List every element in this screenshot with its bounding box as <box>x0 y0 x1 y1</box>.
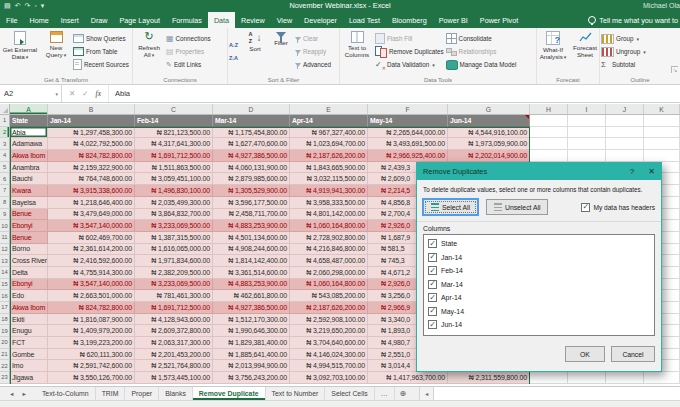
subtotal-button[interactable]: Subtotal <box>601 59 646 70</box>
row-header-10[interactable]: 10 <box>0 220 10 232</box>
dialog-column-item-mar-14[interactable]: ✓Mar-14 <box>424 278 654 292</box>
empty-cell[interactable] <box>644 138 680 150</box>
cell-value[interactable]: ₦ 4,128,943,600.00 <box>135 314 213 326</box>
empty-cell[interactable] <box>644 115 680 127</box>
column-header-B[interactable]: B <box>48 104 135 114</box>
row-header-1[interactable]: 1 <box>0 115 10 127</box>
cell-value[interactable]: ₦ 3,479,649,000.00 <box>48 209 135 221</box>
row-header-3[interactable]: 3 <box>0 138 10 150</box>
header-cell-state[interactable]: State <box>10 115 48 127</box>
cell-value[interactable]: ₦ 3,756,243,200.00 <box>213 372 290 384</box>
cell-value[interactable]: ₦ 4,022,792,500.00 <box>48 138 135 150</box>
sort-ascending-button[interactable] <box>229 33 241 42</box>
ribbon-tab-draw[interactable]: Draw <box>85 12 114 28</box>
cell-value[interactable]: ₦ 4,927,386,500.00 <box>213 302 290 314</box>
data-validation-button[interactable]: Data Validation▾ <box>375 59 444 70</box>
cell-state[interactable]: Edo <box>10 290 48 302</box>
cell-state[interactable]: Akwa Ibom <box>10 150 48 162</box>
empty-cell[interactable] <box>530 150 568 162</box>
sheet-tab-proper[interactable]: Proper <box>125 387 159 400</box>
show-queries-button[interactable]: Show Queries <box>73 33 129 44</box>
column-header-E[interactable]: E <box>290 104 368 114</box>
cell-value[interactable]: ₦ 1,297,458,300.00 <box>48 127 135 139</box>
cell-value[interactable]: ₦ 1,060,164,800.00 <box>290 220 368 232</box>
cell-value[interactable]: ₦ 3,233,069,500.00 <box>135 279 213 291</box>
cell-value[interactable]: ₦ 3,219,650,200.00 <box>290 325 368 337</box>
row-header-17[interactable]: 17 <box>0 302 10 314</box>
row-header-7[interactable]: 7 <box>0 185 10 197</box>
cell-value[interactable]: ₦ 1,305,529,900.00 <box>213 185 290 197</box>
dialog-title-bar[interactable]: Remove Duplicates ? ✕ <box>417 163 661 180</box>
cell-value[interactable]: ₦ 1,512,170,300.00 <box>213 314 290 326</box>
empty-cell[interactable] <box>530 138 568 150</box>
empty-cell[interactable] <box>606 115 644 127</box>
cell-value[interactable]: ₦ 462,661,800.00 <box>213 290 290 302</box>
dialog-column-item-state[interactable]: ✓State <box>424 237 654 251</box>
column-header-K[interactable]: K <box>644 104 680 114</box>
row-header-8[interactable]: 8 <box>0 197 10 209</box>
outline-dialog-launcher[interactable]: ↘ <box>671 66 678 73</box>
connections-button[interactable]: Connections <box>166 33 211 44</box>
cell-state[interactable]: Borno <box>10 244 48 256</box>
cell-value[interactable]: ₦ 1,387,315,500.00 <box>135 232 213 244</box>
cell-value[interactable]: ₦ 620,111,300.00 <box>48 349 135 361</box>
header-cell-mar-14[interactable]: Mar-14 <box>213 115 290 127</box>
formula-input[interactable]: Abia <box>109 85 680 102</box>
cell-value[interactable]: ₦ 1,843,665,900.00 <box>290 162 368 174</box>
cell-state[interactable]: Gombe <box>10 349 48 361</box>
header-cell-jan-14[interactable]: Jan-14 <box>48 115 135 127</box>
cell-value[interactable]: ₦ 4,994,515,700.00 <box>290 360 368 372</box>
sheet-tab-remove-duplicate[interactable]: Remove Duplicate <box>193 387 266 400</box>
cell-value[interactable]: ₦ 4,927,386,500.00 <box>213 150 290 162</box>
cell-value[interactable]: ₦ 1,496,830,100.00 <box>135 185 213 197</box>
formula-cancel-button[interactable]: ✕ <box>69 89 75 98</box>
cell-value[interactable]: ₦ 3,864,832,700.00 <box>135 209 213 221</box>
cell-value[interactable]: ₦ 824,782,800.00 <box>48 150 135 162</box>
empty-cell[interactable] <box>530 372 568 384</box>
empty-cell[interactable] <box>530 115 568 127</box>
cell-value[interactable]: ₦ 4,146,024,300.00 <box>290 349 368 361</box>
header-cell-apr-14[interactable]: Apr-14 <box>290 115 368 127</box>
empty-cell[interactable] <box>568 127 606 139</box>
checkbox-checked-icon[interactable]: ✓ <box>428 280 437 289</box>
ribbon-tab-view[interactable]: View <box>271 12 298 28</box>
cell-value[interactable]: ₦ 764,748,600.00 <box>48 173 135 185</box>
cell-value[interactable]: ₦ 1,573,445,100.00 <box>135 372 213 384</box>
checkbox-checked-icon[interactable]: ✓ <box>428 320 437 329</box>
cell-value[interactable]: ₦ 2,663,501,000.00 <box>48 290 135 302</box>
cell-value[interactable]: ₦ 3,704,640,600.00 <box>290 337 368 349</box>
cell-value[interactable]: ₦ 1,990,646,300.00 <box>213 325 290 337</box>
unselect-all-button[interactable]: Unselect All <box>486 199 549 215</box>
empty-cell[interactable] <box>568 115 606 127</box>
ribbon-tab-formulas[interactable]: Formulas <box>166 12 208 28</box>
cell-value[interactable]: ₦ 2,013,994,900.00 <box>213 360 290 372</box>
sheet-tab-blanks[interactable]: Blanks <box>159 387 193 400</box>
scrollbar-track[interactable] <box>434 387 680 400</box>
what-if-analysis-button[interactable]: What-If Analysis▾ <box>538 30 568 62</box>
dialog-column-item-feb-14[interactable]: ✓Feb-14 <box>424 264 654 278</box>
sheet-tab-text-to-column[interactable]: Text-to-Column <box>36 387 96 400</box>
cell-value[interactable]: ₦ 1,417,963,700.00 <box>368 372 448 384</box>
recent-sources-button[interactable]: Recent Sources <box>73 59 129 70</box>
cell-value[interactable]: ₦ 3,032,115,500.00 <box>290 173 368 185</box>
cell-value[interactable]: ₦ 967,327,400.00 <box>290 127 368 139</box>
get-external-data-button[interactable]: Get External Data▾ <box>1 30 39 62</box>
empty-cell[interactable] <box>606 127 644 139</box>
remove-duplicates-button[interactable]: Remove Duplicates <box>375 46 444 57</box>
cell-value[interactable]: ₦ 3,361,514,600.00 <box>213 267 290 279</box>
cell-value[interactable]: ₦ 4,216,846,800.00 <box>290 244 368 256</box>
row-header-12[interactable]: 12 <box>0 244 10 256</box>
advanced-filter-button[interactable]: Advanced <box>295 59 331 70</box>
ribbon-tab-power-bi[interactable]: Power BI <box>433 12 474 28</box>
cell-state[interactable]: Ebonyi <box>10 220 48 232</box>
horizontal-scrollbar[interactable]: ◄ <box>419 387 680 400</box>
cell-value[interactable]: ₦ 2,202,014,900.00 <box>448 150 530 162</box>
cell-value[interactable]: ₦ 3,059,451,100.00 <box>135 173 213 185</box>
ribbon-tab-file[interactable]: File <box>0 12 24 28</box>
header-cell-may-14[interactable]: May-14 <box>368 115 448 127</box>
from-table-button[interactable]: From Table <box>73 46 129 57</box>
checkbox-checked-icon[interactable]: ✓ <box>428 239 437 248</box>
cell-state[interactable]: Benue <box>10 209 48 221</box>
cell-state[interactable]: FCT <box>10 337 48 349</box>
checkbox-checked-icon[interactable]: ✓ <box>428 293 437 302</box>
